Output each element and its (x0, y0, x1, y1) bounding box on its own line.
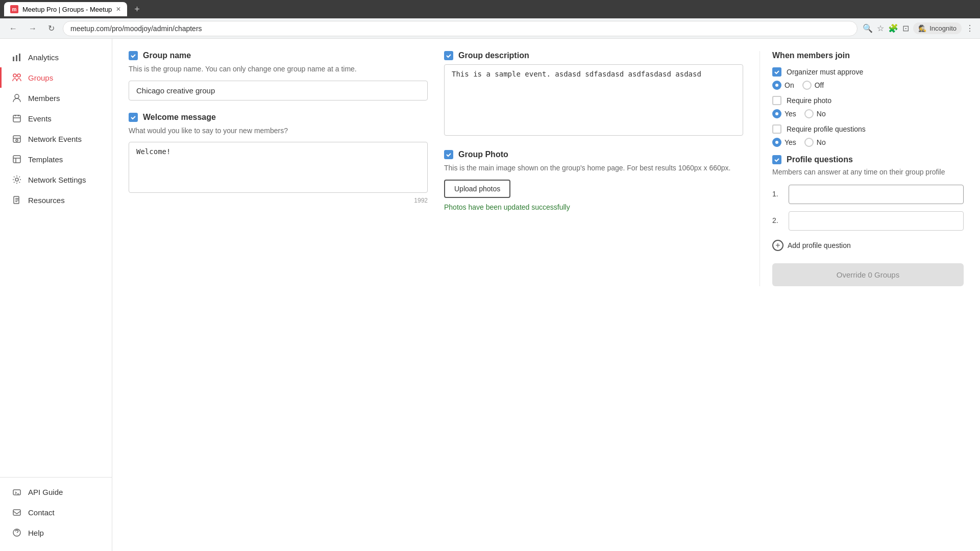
sidebar-label-groups: Groups (28, 73, 53, 82)
sidebar-label-network-settings: Network Settings (28, 176, 86, 184)
sidebar-item-network-events[interactable]: Network Events (0, 129, 112, 149)
forward-button[interactable]: → (26, 22, 40, 35)
require-photo-no-option[interactable]: No (804, 109, 826, 118)
require-pq-row: Require profile questions (772, 124, 964, 134)
content-grid: Group name This is the group name. You c… (129, 51, 964, 286)
address-bar: ← → ↻ 🔍 ☆ 🧩 ⊡ 🕵 Incognito ⋮ (0, 18, 980, 39)
sidebar-item-resources[interactable]: Resources (0, 190, 112, 210)
svg-rect-0 (13, 57, 14, 61)
require-pq-yes-label: Yes (785, 138, 796, 146)
profile-questions-checkbox[interactable] (772, 155, 781, 164)
group-photo-desc: This is the main image shown on the grou… (444, 163, 743, 173)
sidebar-label-resources: Resources (28, 196, 65, 205)
require-photo-yes-option[interactable]: Yes (772, 109, 796, 118)
require-photo-yes-label: Yes (785, 110, 796, 118)
sidebar-item-api-guide[interactable]: API Guide (0, 482, 112, 502)
group-description-textarea[interactable]: This is a sample event. asdasd sdfasdasd… (444, 64, 743, 136)
organizer-approve-row: Organizer must approve (772, 67, 964, 77)
add-question-label: Add profile question (788, 241, 851, 249)
group-name-checkbox[interactable] (129, 51, 138, 60)
require-photo-no-label: No (817, 110, 826, 118)
window-icon: ⊡ (902, 23, 909, 33)
sidebar-label-contact: Contact (28, 508, 55, 517)
sidebar-item-analytics[interactable]: Analytics (0, 47, 112, 67)
group-photo-header: Group Photo (444, 150, 743, 159)
incognito-icon: 🕵 (918, 24, 926, 32)
reload-button[interactable]: ↻ (45, 21, 58, 35)
contact-icon (12, 507, 22, 517)
require-photo-radio-group: Yes No (772, 109, 964, 118)
search-icon: 🔍 (863, 23, 873, 33)
organizer-approve-label: Organizer must approve (787, 68, 863, 76)
group-name-input[interactable] (129, 81, 428, 101)
question-num-2: 2. (772, 211, 782, 224)
question-input-1[interactable] (789, 185, 964, 204)
question-num-1: 1. (772, 185, 782, 198)
on-radio-filled (772, 81, 781, 90)
sidebar-item-groups[interactable]: Groups (0, 67, 112, 88)
group-desc-section: Group description This is a sample event… (444, 51, 743, 138)
templates-icon (12, 154, 22, 164)
svg-rect-6 (13, 115, 20, 122)
address-icons: 🔍 ☆ 🧩 ⊡ 🕵 Incognito ⋮ (863, 22, 974, 34)
off-radio-empty (802, 81, 812, 90)
require-pq-no-option[interactable]: No (804, 138, 826, 147)
question-input-2[interactable] (789, 211, 964, 231)
sidebar-item-network-settings[interactable]: Network Settings (0, 169, 112, 190)
group-desc-checkbox[interactable] (444, 51, 453, 60)
svg-point-5 (15, 94, 19, 98)
welcome-desc: What would you like to say to your new m… (129, 126, 428, 136)
require-photo-yes-radio (772, 109, 781, 118)
url-bar[interactable] (63, 21, 857, 36)
welcome-title: Welcome message (143, 113, 216, 122)
back-button[interactable]: ← (6, 22, 20, 35)
group-photo-checkbox[interactable] (444, 150, 453, 159)
svg-point-10 (15, 178, 18, 181)
svg-rect-2 (19, 54, 20, 61)
welcome-checkbox[interactable] (129, 113, 138, 122)
sidebar-item-contact[interactable]: Contact (0, 502, 112, 522)
on-radio-option[interactable]: On (772, 81, 794, 90)
tab-close-button[interactable]: ✕ (116, 6, 121, 13)
when-members-join-title: When members join (772, 51, 964, 60)
members-icon (12, 93, 22, 103)
profile-questions-header: Profile questions (772, 155, 964, 164)
welcome-textarea[interactable]: Welcome! (129, 142, 428, 193)
require-photo-checkbox[interactable] (772, 96, 781, 105)
app-container: Analytics Groups Members Events Network … (0, 39, 980, 551)
add-profile-question-button[interactable]: + Add profile question (772, 238, 964, 253)
menu-icon: ⋮ (966, 23, 974, 33)
sidebar: Analytics Groups Members Events Network … (0, 39, 112, 551)
sidebar-item-templates[interactable]: Templates (0, 149, 112, 169)
upload-photos-button[interactable]: Upload photos (444, 180, 510, 198)
new-tab-button[interactable]: + (131, 4, 143, 15)
group-name-header: Group name (129, 51, 428, 60)
off-label: Off (815, 81, 824, 89)
sidebar-item-members[interactable]: Members (0, 88, 112, 108)
sidebar-label-templates: Templates (28, 155, 63, 164)
browser-tab[interactable]: m Meetup Pro | Groups - Meetup ✕ (4, 2, 127, 16)
require-photo-row: Require photo (772, 96, 964, 105)
group-name-title: Group name (143, 51, 191, 60)
sidebar-bottom: API Guide Contact Help (0, 477, 112, 543)
sidebar-item-help[interactable]: Help (0, 522, 112, 543)
events-icon (12, 113, 22, 123)
right-panel: When members join Organizer must approve… (760, 51, 964, 286)
organizer-approve-checkbox[interactable] (772, 67, 781, 77)
sidebar-label-events: Events (28, 114, 52, 123)
group-photo-section: Group Photo This is the main image shown… (444, 150, 743, 211)
require-pq-checkbox[interactable] (772, 124, 781, 134)
group-name-desc: This is the group name. You can only cha… (129, 64, 428, 74)
extension-icon: 🧩 (888, 23, 898, 33)
browser-chrome: m Meetup Pro | Groups - Meetup ✕ + (0, 0, 980, 18)
group-desc-header: Group description (444, 51, 743, 60)
override-groups-button[interactable]: Override 0 Groups (772, 263, 964, 286)
sidebar-item-events[interactable]: Events (0, 108, 112, 129)
off-radio-option[interactable]: Off (802, 81, 824, 90)
profile-questions-title: Profile questions (787, 155, 853, 164)
upload-success-message: Photos have been updated successfully (444, 203, 743, 211)
require-pq-yes-option[interactable]: Yes (772, 138, 796, 147)
add-question-icon: + (772, 240, 783, 251)
require-pq-yes-radio (772, 138, 781, 147)
chart-icon (12, 52, 22, 62)
